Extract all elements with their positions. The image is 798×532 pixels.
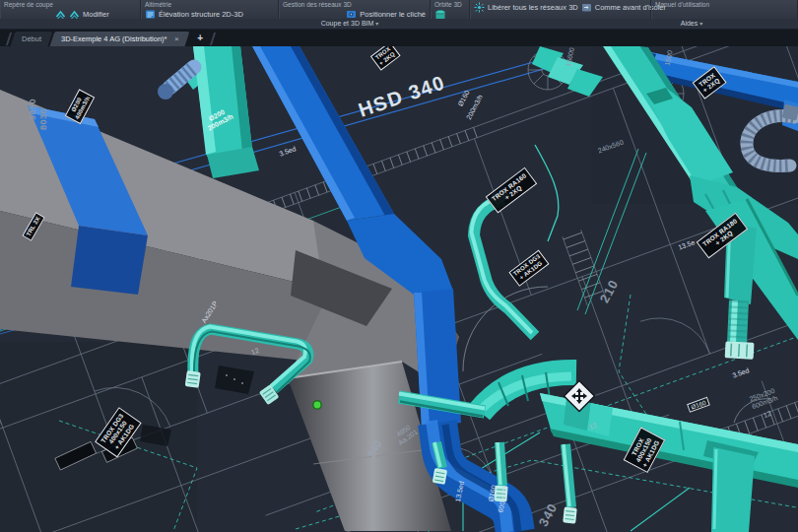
panel-orbite-3d: Orbite 3D [431, 0, 470, 19]
tab-label: 3D-Exemple 4 AG (Distribution)* [61, 34, 167, 43]
sunburst-release-icon [474, 2, 485, 13]
panel-title: Gestion des réseaux 3D [283, 1, 426, 8]
close-icon[interactable]: × [174, 34, 179, 43]
panel-title: Orbite 3D [434, 1, 465, 8]
liberer-reseaux-button[interactable]: Libérer tous les réseaux 3D [488, 3, 578, 12]
positionner-cliche-button[interactable]: Positionner le cliché [360, 10, 426, 19]
panel-gestion-reseaux-3d: Gestion des réseaux 3D Positionner le cl… [279, 0, 431, 19]
chevron-down-icon [373, 20, 378, 27]
drawing-tab-bar: Début3D-Exemple 4 AG (Distribution)*×+ [0, 30, 798, 46]
ribbon: Repère de coupe Modifier Altimétrie Élév… [0, 0, 798, 19]
cad-scene [0, 46, 798, 532]
ribbon-group-strip: Coupe et 3D BIM Aides [0, 19, 798, 30]
panel-title: Manuel d'utilisation [655, 1, 793, 8]
panel-title: Repère de coupe [4, 1, 136, 8]
panel-isolation-tools: Libérer tous les réseaux 3D Comme avant … [470, 0, 651, 19]
tab-1[interactable]: 3D-Exemple 4 AG (Distribution)*× [50, 32, 190, 46]
panel-title: Altimétrie [145, 1, 274, 8]
panel-manuel-utilisation: Manuel d'utilisation [651, 0, 798, 19]
new-tab-button[interactable]: + [193, 32, 207, 46]
modifier-button[interactable]: Modifier [83, 10, 109, 19]
grip-point[interactable] [313, 401, 321, 409]
isolate-restore-icon [581, 2, 592, 13]
tab-separator [210, 33, 216, 45]
ribbon-tab-aides[interactable]: Aides [681, 20, 703, 27]
elevation-structure-button[interactable]: Élévation structure 2D-3D [159, 10, 243, 19]
3d-viewport[interactable] [0, 46, 798, 532]
ribbon-tab-coupe-3d-bim[interactable]: Coupe et 3D BIM [321, 20, 379, 27]
panel-repere-de-coupe: Repère de coupe Modifier [0, 0, 141, 19]
tab-label: Début [22, 34, 41, 43]
tab-0[interactable]: Début [11, 32, 53, 46]
panel-altimetrie: Altimétrie Élévation structure 2D-3D [141, 0, 279, 19]
chevron-down-icon [698, 20, 702, 27]
